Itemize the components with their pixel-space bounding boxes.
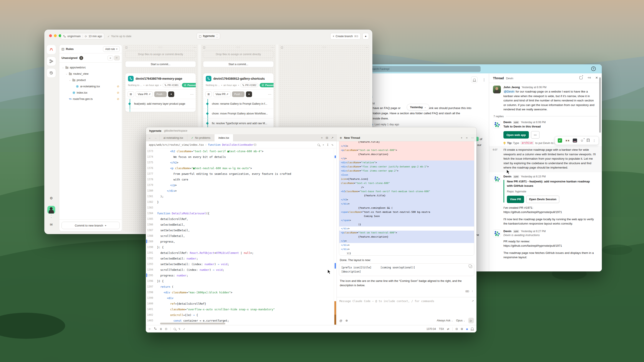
thread-actions-icon[interactable]: ✧≡ bbox=[587, 76, 590, 79]
collapse-lane-icon[interactable]: ◫ bbox=[281, 46, 283, 49]
author-name[interactable]: Devin bbox=[504, 230, 512, 233]
sticky-scroll-icon[interactable]: ∿ bbox=[331, 143, 334, 146]
author-name[interactable]: John Jeong bbox=[504, 85, 520, 89]
project-switcher[interactable]: ▢ hyprnote ⌃⌄ bbox=[197, 33, 220, 39]
code-line[interactable]: 1394 scrollToDetail: (index: number) ⇒ v… bbox=[146, 267, 336, 273]
code-line[interactable]: 1376 <p className="■text-neutral-600 max… bbox=[146, 165, 336, 171]
eyes-emoji-reaction[interactable] bbox=[565, 139, 570, 142]
view-pr-button[interactable]: View PR ↗ bbox=[136, 91, 153, 97]
code-line[interactable]: 1395 progress: number; bbox=[146, 273, 336, 278]
code-line[interactable]: 1373 <h2 className="text-3xl font-serif … bbox=[146, 148, 336, 154]
workspace-tab[interactable] bbox=[46, 45, 56, 54]
code-line[interactable]: 1398 <div className="max-[800px]:block h… bbox=[146, 290, 336, 295]
drop-files-zone[interactable]: Drop files to assign or commit directly bbox=[125, 51, 196, 58]
view-pr-button[interactable]: View PR ↗ bbox=[213, 91, 230, 97]
horizontal-scrollbar[interactable] bbox=[160, 323, 225, 325]
ci-status-badge[interactable]: ✓Passed bbox=[182, 83, 196, 87]
cursor-position[interactable]: 1370:34 bbox=[426, 328, 436, 331]
more-actions-button[interactable]: ⋯ bbox=[531, 131, 540, 139]
account-button[interactable] bbox=[46, 205, 56, 215]
language-mode[interactable]: TSX bbox=[439, 328, 444, 331]
commit-row[interactable]: chore: rename Gallery to Prompt Gallery … bbox=[203, 99, 274, 109]
code-line[interactable]: 1382} bbox=[146, 199, 336, 205]
code-line[interactable]: 1400 ref={detailsScrollRef} bbox=[146, 301, 336, 306]
open-devin-session-button[interactable]: Open Devin Session bbox=[526, 196, 559, 203]
ci-status-badge[interactable]: ✓Passed bbox=[260, 83, 274, 87]
commit-row[interactable]: fix: resolve TypeScript errors and add r… bbox=[203, 119, 274, 128]
start-commit-button[interactable]: Start a commit... bbox=[203, 61, 274, 67]
code-line[interactable]: 1386 selectedDetail, bbox=[146, 222, 336, 227]
thread-list-icon[interactable]: = bbox=[466, 136, 468, 139]
chevron-down-icon[interactable]: ⌄ bbox=[69, 79, 71, 81]
tree-item-index.tsx[interactable]: index.tsx⊘ bbox=[60, 89, 120, 96]
code-line[interactable]: 1375 </h2> bbox=[146, 160, 336, 165]
message-input[interactable] bbox=[340, 300, 468, 317]
checks-icon[interactable]: ✓ bbox=[183, 328, 185, 331]
ai-actions-button[interactable]: ✦ bbox=[362, 33, 369, 39]
pr-link[interactable]: https://github.com/fastrepl/hyprnote/pul… bbox=[504, 210, 596, 215]
feedback-button[interactable]: ✉ bbox=[46, 220, 56, 229]
code-line[interactable]: 1377 From powerful editing to seamless o… bbox=[146, 171, 336, 177]
avatar[interactable] bbox=[493, 85, 501, 93]
claude-conversation[interactable]: {feature.title} </h3> <p className="text… bbox=[337, 141, 476, 297]
collapse-rail-control[interactable]: ⌃⌄ bbox=[50, 215, 52, 218]
context-icon[interactable]: ⊕ bbox=[346, 319, 348, 322]
drag-handle[interactable]: ∷∷ bbox=[205, 46, 271, 49]
code-line[interactable]: 1391 detailsScrollRef: React.RefObject<H… bbox=[146, 250, 336, 256]
start-commit-button[interactable]: Start a commit... bbox=[125, 61, 196, 67]
drag-handle[interactable]: ∷∷ bbox=[128, 46, 193, 49]
branch-icon[interactable] bbox=[154, 327, 157, 331]
tree-item-apps-web-src[interactable]: ⌄apps/web/src bbox=[60, 64, 120, 70]
commit-row[interactable]: feat(web): add memory layer product page bbox=[125, 99, 196, 109]
code-line[interactable]: 1389 progress, bbox=[146, 239, 336, 244]
collapse-lane-icon[interactable]: ◫ bbox=[125, 46, 128, 49]
copy-icon[interactable] bbox=[470, 265, 472, 268]
code-line[interactable]: 1384function DetailsMobileCarousel({ bbox=[146, 210, 336, 216]
branch-name[interactable]: devin/1764380749-memory-page bbox=[136, 77, 182, 80]
message-timestamp[interactable]: Yesterday at 6:06 PM bbox=[522, 86, 546, 89]
markdown-icon[interactable]: MD bbox=[466, 290, 469, 292]
expand-composer-icon[interactable]: ↗ bbox=[472, 300, 474, 303]
code-line[interactable]: 1401 className="overflow-x-auto scrollba… bbox=[146, 306, 336, 312]
code-line[interactable]: 1385 detailsScrollRef, bbox=[146, 216, 336, 222]
code-line[interactable]: 1393 setSelectedDetail: (index: number) … bbox=[146, 261, 336, 267]
open-web-app-button[interactable]: Open web app bbox=[504, 131, 529, 139]
target-branch-pill[interactable]: origin/main ⟳ 13 min ago bbox=[61, 33, 104, 39]
code-line[interactable]: 1379 </p> bbox=[146, 182, 336, 188]
devin-app-avatar[interactable] bbox=[493, 175, 501, 183]
code-line[interactable]: 1383 bbox=[146, 205, 336, 210]
send-button[interactable]: ▷ bbox=[468, 318, 474, 323]
channel-more-icon[interactable]: ⋮ bbox=[482, 78, 486, 82]
author-name[interactable]: Devin bbox=[504, 175, 512, 178]
commit-row[interactable]: chore: move Prompt Gallery above Workflo… bbox=[203, 109, 274, 119]
create-branch-button[interactable]: +Create branch⌘B bbox=[330, 33, 361, 39]
save-for-later-icon[interactable] bbox=[587, 139, 590, 142]
add-rule-button[interactable]: Add rule+ bbox=[103, 46, 120, 52]
model-select[interactable]: Opus ⌄ bbox=[456, 319, 465, 322]
slack-search-input[interactable]: Search Fastrepl bbox=[365, 66, 480, 72]
help-icon[interactable]: ? bbox=[591, 66, 596, 71]
tree-item-routeTree.gen.ts[interactable]: TSrouteTree.gen.ts⊘ bbox=[60, 96, 120, 102]
devin-app-avatar[interactable] bbox=[493, 120, 501, 128]
tree-view-toggle[interactable]: ⊢ bbox=[114, 56, 120, 60]
add-reaction-icon[interactable]: ☺ bbox=[580, 139, 584, 142]
drag-handle[interactable]: ∷∷ bbox=[283, 46, 366, 49]
pr-link[interactable]: https://github.com/fastrepl/hyprnote/pul… bbox=[504, 244, 596, 248]
chevron-down-icon[interactable]: ⌄ bbox=[62, 66, 64, 69]
view-pr-button[interactable]: View PR bbox=[507, 196, 524, 203]
code-line[interactable]: 1388 scrollToDetail, bbox=[146, 233, 336, 239]
tab-size-icon[interactable]: ⇄ bbox=[447, 328, 449, 331]
editor-scrollbar[interactable] bbox=[334, 148, 336, 325]
nav-forward-icon[interactable]: → bbox=[154, 136, 157, 139]
maximize-editor-icon[interactable]: ↗ bbox=[331, 136, 334, 139]
collapse-lane-icon[interactable]: ◫ bbox=[203, 46, 205, 49]
code-line[interactable]: 1381 ); bbox=[146, 193, 336, 199]
branches-tab[interactable] bbox=[46, 56, 56, 66]
list-view-toggle[interactable]: ≡ bbox=[108, 56, 113, 60]
code-line[interactable]: 1390}: { bbox=[146, 244, 336, 250]
branch-more-icon[interactable]: ⋯ bbox=[190, 92, 194, 96]
account-icon[interactable]: ⊡ bbox=[165, 328, 167, 331]
nav-back-icon[interactable]: ← bbox=[148, 136, 151, 139]
thread-scrollbar[interactable] bbox=[599, 77, 601, 133]
pr-pill[interactable]: PR #1981 bbox=[162, 83, 180, 87]
